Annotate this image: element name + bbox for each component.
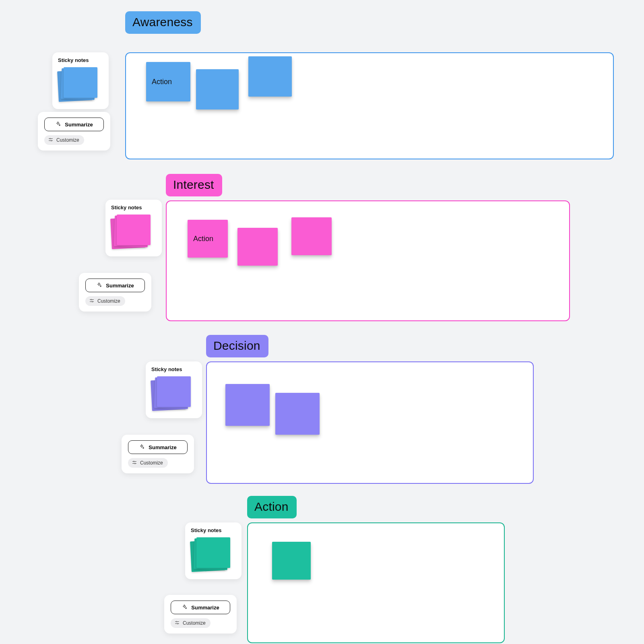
sticky-notes-thumb-awareness[interactable]: Sticky notes	[52, 52, 109, 109]
sticky-notes-thumb-action[interactable]: Sticky notes	[185, 522, 242, 579]
summarize-button[interactable]: Summarize	[44, 118, 104, 131]
svg-point-15	[177, 623, 178, 624]
stage-chip-awareness[interactable]: Awareness	[125, 11, 201, 34]
sticky-note-decision-0[interactable]	[225, 384, 270, 426]
sticky-note-decision-1[interactable]	[275, 393, 320, 435]
summarize-button[interactable]: Summarize	[171, 601, 230, 614]
thumb-title: Sticky notes	[111, 204, 156, 211]
customize-button[interactable]: Customize	[85, 296, 125, 306]
stage-chip-label: Action	[254, 500, 289, 514]
customize-button-label: Customize	[97, 298, 120, 304]
thumb-stack-icon	[191, 537, 231, 574]
ai-panel-interest: SummarizeCustomize	[79, 273, 151, 312]
sliders-icon	[48, 137, 53, 143]
thumb-stack-icon	[111, 215, 151, 251]
sticky-note-awareness-1[interactable]	[196, 69, 239, 109]
stage-frame-action[interactable]	[247, 522, 505, 643]
customize-button-label: Customize	[56, 137, 79, 143]
sticky-note-awareness-2[interactable]	[248, 56, 292, 97]
svg-point-3	[51, 140, 52, 141]
svg-point-7	[92, 301, 93, 302]
ai-panel-decision: SummarizeCustomize	[122, 435, 194, 473]
sticky-note-awareness-0[interactable]: Action	[146, 62, 190, 101]
sticky-note-interest-0[interactable]: Action	[188, 220, 228, 258]
stage-chip-action[interactable]: Action	[247, 496, 297, 518]
sticky-note-action-0[interactable]	[272, 542, 311, 580]
sticky-note-label: Action	[193, 235, 213, 243]
customize-button-label: Customize	[140, 460, 163, 466]
ai-panel-action: SummarizeCustomize	[164, 595, 237, 634]
sticky-note-interest-2[interactable]	[291, 217, 332, 255]
sliders-icon	[175, 620, 180, 626]
stage-chip-label: Interest	[173, 178, 214, 192]
summarize-button-label: Summarize	[149, 444, 176, 450]
sparkle-icon	[182, 604, 187, 611]
stage-chip-decision[interactable]: Decision	[206, 335, 268, 357]
customize-button[interactable]: Customize	[44, 135, 84, 145]
stage-frame-interest[interactable]: Action	[166, 200, 570, 321]
thumb-title: Sticky notes	[191, 527, 236, 533]
stage-chip-interest[interactable]: Interest	[166, 174, 222, 196]
svg-point-14	[176, 621, 177, 622]
thumb-stack-icon	[151, 376, 192, 413]
thumb-title: Sticky notes	[58, 57, 103, 63]
sticky-note-interest-1[interactable]	[237, 228, 278, 266]
sparkle-icon	[139, 444, 144, 451]
summarize-button[interactable]: Summarize	[85, 279, 145, 292]
svg-point-6	[91, 299, 91, 300]
sparkle-icon	[55, 121, 61, 128]
sticky-note-label: Action	[152, 78, 172, 86]
thumb-title: Sticky notes	[151, 366, 196, 372]
summarize-button-label: Summarize	[65, 122, 93, 128]
customize-button[interactable]: Customize	[171, 618, 211, 628]
stage-frame-awareness[interactable]: Action	[125, 52, 614, 159]
sticky-notes-thumb-decision[interactable]: Sticky notes	[146, 361, 202, 418]
summarize-button-label: Summarize	[106, 283, 134, 289]
sliders-icon	[132, 460, 137, 466]
customize-button-label: Customize	[183, 620, 206, 626]
thumb-stack-icon	[58, 67, 98, 103]
customize-button[interactable]: Customize	[128, 458, 168, 468]
svg-point-11	[134, 463, 135, 464]
summarize-button[interactable]: Summarize	[128, 440, 188, 454]
sparkle-icon	[96, 282, 102, 289]
svg-point-2	[50, 138, 50, 139]
ai-panel-awareness: SummarizeCustomize	[38, 112, 110, 151]
svg-point-10	[133, 461, 134, 462]
stage-chip-label: Decision	[213, 339, 260, 353]
stage-frame-decision[interactable]	[206, 361, 534, 484]
summarize-button-label: Summarize	[191, 605, 219, 611]
sticky-notes-thumb-interest[interactable]: Sticky notes	[105, 200, 162, 256]
sliders-icon	[89, 298, 94, 304]
stage-chip-label: Awareness	[132, 15, 193, 29]
